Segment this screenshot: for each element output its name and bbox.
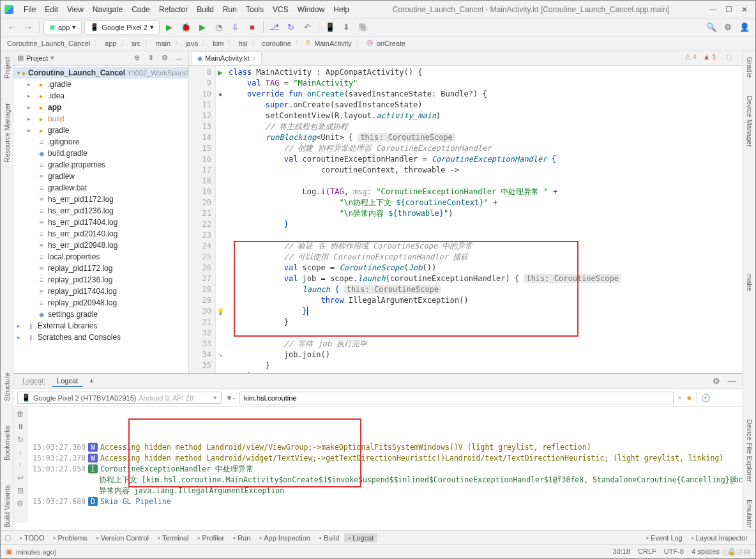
close-tab-icon[interactable]: ×	[252, 54, 255, 62]
crumb-segment[interactable]: Coroutine_Launch_Cancel	[6, 40, 91, 47]
logcat-star-icon[interactable]: ★	[686, 394, 693, 402]
crumb-segment[interactable]: src	[130, 40, 142, 47]
search-icon[interactable]: 🔍	[704, 20, 718, 34]
toolwin-todo[interactable]: ▪TODO	[16, 533, 48, 542]
project-collapse-icon[interactable]: ⇕	[145, 52, 156, 64]
errors-badge[interactable]: ▲ 1	[703, 53, 716, 63]
editor-updown-icon[interactable]: 〈〉	[722, 53, 736, 63]
toolwin-terminal[interactable]: ▪Terminal	[154, 533, 192, 542]
logcat-clear-filter-icon[interactable]: ×	[677, 394, 682, 402]
revert-icon[interactable]: ↶	[301, 20, 315, 34]
back-icon[interactable]: ←	[4, 20, 19, 34]
tree-item[interactable]: ≡replay_pid1172.log	[13, 263, 188, 274]
device-selector[interactable]: 📱Google Pixel 2 ▾	[84, 20, 160, 34]
left-tab-bookmarks[interactable]: Bookmarks	[2, 423, 12, 463]
run-config-selector[interactable]: ▣app ▾	[43, 20, 82, 34]
tree-item[interactable]: ▸⫿Scratches and Consoles	[13, 332, 188, 343]
tree-item[interactable]: ▸▸app	[13, 102, 188, 113]
read-only-icon[interactable]: 🔓	[727, 548, 736, 556]
sdk-icon[interactable]: ⬇	[340, 20, 354, 34]
line-number-gutter[interactable]: 8910111213141516171819202122232425262728…	[189, 66, 216, 373]
tree-item[interactable]: ≡replay_pid20948.log	[13, 297, 188, 309]
toolwin-version-control[interactable]: ▪Version Control	[93, 533, 153, 542]
menu-window[interactable]: Window	[294, 4, 329, 15]
menu-refactor[interactable]: Refactor	[155, 4, 192, 15]
menu-view[interactable]: View	[63, 4, 87, 15]
crumb-segment[interactable]: MainActivity	[313, 40, 353, 47]
crumb-segment[interactable]: java	[184, 40, 199, 47]
tree-item[interactable]: ≡replay_pid17404.log	[13, 286, 188, 297]
editor-tab[interactable]: ◆ MainActivity.kt ×	[192, 51, 262, 65]
logcat-filter-input[interactable]	[239, 392, 674, 404]
tree-item[interactable]: ◆settings.gradle	[13, 309, 188, 320]
logcat-hide-icon[interactable]: —	[725, 374, 739, 388]
tree-item[interactable]: ≡gradlew	[13, 171, 188, 182]
logcat-wrap-icon[interactable]: ↩	[17, 473, 24, 482]
tree-item[interactable]: ≡hs_err_pid17404.log	[13, 217, 188, 228]
project-settings-icon[interactable]: ⚙	[159, 52, 170, 64]
logcat-settings-icon[interactable]: ⚙	[709, 374, 723, 388]
toolwin-run[interactable]: ▪Run	[229, 533, 254, 542]
logcat-clear-icon[interactable]: 🗑	[17, 410, 24, 418]
attach-icon[interactable]: ⇩	[229, 20, 243, 34]
line-separator[interactable]: CRLF	[638, 548, 656, 556]
menu-navigate[interactable]: Navigate	[89, 4, 126, 15]
toolwin-build[interactable]: ▪Build	[315, 533, 343, 542]
crumb-segment[interactable]: kim	[211, 40, 225, 47]
logcat-output[interactable]: 15:03:27.360WAccessing hidden method Lan…	[27, 407, 743, 523]
crumb-segment[interactable]: coroutine	[261, 40, 292, 47]
menu-file[interactable]: File	[20, 4, 40, 15]
menu-tools[interactable]: Tools	[242, 4, 268, 15]
project-select-opened-icon[interactable]: ⊕	[131, 52, 142, 64]
left-tab-structure[interactable]: Structure	[2, 370, 12, 404]
log-line[interactable]: 15:03:27.688DSkia GL Pipeline	[33, 496, 737, 507]
tree-item[interactable]: ≡.gitignore	[13, 136, 188, 148]
logcat-scroll-icon[interactable]: ↓	[19, 448, 22, 457]
forward-icon[interactable]: →	[21, 20, 35, 34]
close-icon[interactable]: ✕	[741, 5, 748, 14]
logcat-device-selector[interactable]: 📱 Google Pixel 2 (HT7BV1A02915) Android …	[17, 392, 222, 404]
toolwin-layout-inspector[interactable]: ▪Layout Inspector	[688, 533, 752, 542]
log-line[interactable]: 15:03:27.360WAccessing hidden method Lan…	[33, 442, 737, 453]
tree-item[interactable]: ▸⫿External Libraries	[13, 320, 188, 332]
logcat-history-icon[interactable]: 🕘	[701, 394, 711, 402]
logcat-tab-header[interactable]: Logcat:	[17, 376, 50, 387]
menu-run[interactable]: Run	[219, 4, 241, 15]
right-tab-file-explorer[interactable]: Device File Explorer	[745, 417, 755, 484]
left-tab-resource-manager[interactable]: Resource Manager	[2, 100, 12, 165]
settings-icon[interactable]: ⚙	[721, 20, 735, 34]
toolwin-logcat[interactable]: ▪Logcat	[344, 533, 377, 542]
update-icon[interactable]: ↻	[284, 20, 298, 34]
log-line[interactable]: 协程上下文 [kim.hsl.coroutine.MainActivity$on…	[33, 475, 737, 486]
tree-root[interactable]: ▾▸Coroutine_Launch_Cancel Y:\002_WorkSpa…	[13, 67, 188, 79]
logcat-restart-icon[interactable]: ↻	[17, 435, 24, 444]
logcat-prev-icon[interactable]: ↑	[19, 461, 22, 470]
logcat-tab-active[interactable]: Logcat	[52, 376, 83, 387]
debug-icon[interactable]: 🐞	[179, 20, 193, 34]
menu-edit[interactable]: Edit	[41, 4, 62, 15]
toolwin-profiler[interactable]: ▪Profiler	[193, 533, 228, 542]
sync-icon[interactable]: 🐘	[356, 20, 370, 34]
logcat-split-icon[interactable]: ⊟	[17, 486, 24, 495]
left-tab-build-variants[interactable]: Build Variants	[2, 482, 12, 530]
coverage-icon[interactable]: ▶	[195, 20, 209, 34]
log-line[interactable]: 异常内容 java.lang.IllegalArgumentException	[33, 486, 737, 496]
tree-item[interactable]: ≡hs_err_pid1172.log	[13, 194, 188, 205]
toolwin-problems[interactable]: ▪Problems	[49, 533, 91, 542]
tree-item[interactable]: ≡gradle.properties	[13, 159, 188, 171]
log-line[interactable]: 15:03:27.654ICoroutineExceptionHandler 中…	[33, 464, 737, 475]
crumb-segment[interactable]: app	[103, 40, 117, 47]
crumb-segment[interactable]: hsl	[237, 40, 248, 47]
vcs-icon[interactable]: ⎇	[268, 20, 282, 34]
menu-build[interactable]: Build	[193, 4, 218, 15]
right-tab-emulator[interactable]: Emulator	[745, 497, 755, 530]
tree-item[interactable]: ≡gradlew.bat	[13, 182, 188, 194]
tree-item[interactable]: ≡hs_err_pid1236.log	[13, 205, 188, 217]
menu-code[interactable]: Code	[128, 4, 154, 15]
memory-icon[interactable]: ▭	[744, 548, 750, 556]
left-tab-project[interactable]: Project	[2, 54, 12, 81]
run-icon[interactable]: ▶	[162, 20, 176, 34]
logcat-pause-icon[interactable]: ⏸	[17, 422, 24, 431]
file-encoding[interactable]: UTF-8	[664, 548, 684, 556]
stop-icon[interactable]: ■	[245, 20, 259, 34]
